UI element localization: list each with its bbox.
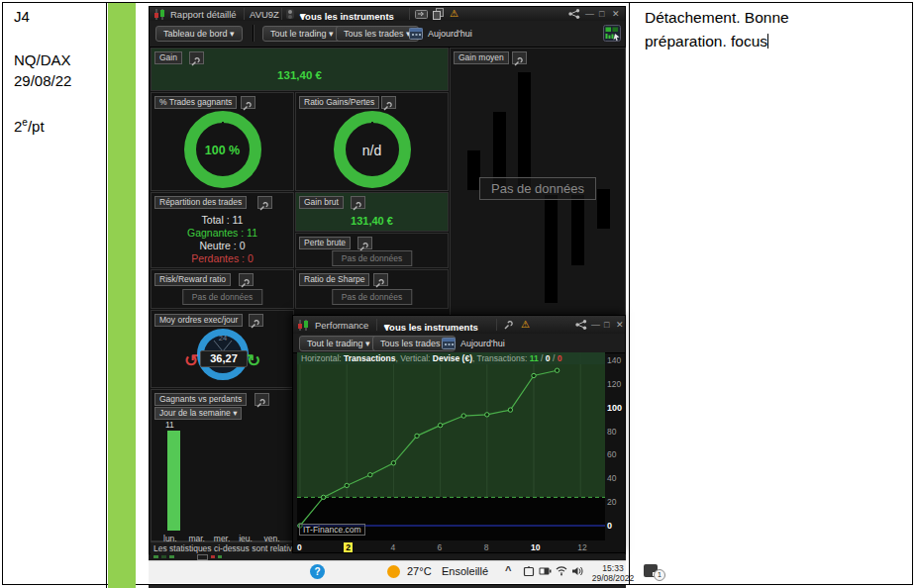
temperature[interactable]: 27°C — [407, 565, 432, 577]
panel-label: Répartition des trades — [154, 196, 247, 209]
clock[interactable]: 15:3329/08/2022 — [587, 563, 639, 583]
x-tick-label: 10 — [531, 542, 540, 552]
down-arrow-icon: ↺ — [184, 350, 198, 371]
x-tick-label: 2 — [344, 542, 353, 552]
wrench-icon[interactable] — [249, 314, 263, 327]
panel-moy-ordres: Moy ordres exec/jour 24 36,27 ↺ ↻ — [151, 310, 294, 388]
panel-label: Moy ordres exec/jour — [154, 314, 243, 327]
calendar-icon[interactable] — [442, 337, 456, 349]
panel-label: Gagnants vs perdants — [154, 393, 247, 406]
report-titlebar[interactable]: Rapport détaillé AVU9Z Tous les instrume… — [150, 7, 625, 22]
x-tick-label: 6 — [438, 542, 443, 552]
close-icon[interactable]: ✕ — [612, 9, 620, 19]
y-axis: 020406080100120140 — [605, 352, 626, 540]
no-data-badge: Pas de données — [479, 177, 596, 200]
placeholder-bar — [545, 195, 558, 303]
maximize-icon[interactable]: □ — [604, 320, 609, 330]
x-tick-label: 4 — [390, 542, 395, 552]
tray-battery-icon[interactable] — [539, 566, 552, 576]
journal-page: J4 NQ/DAX 29/08/22 2e/pt Détachement. Bo… — [0, 0, 916, 588]
weather-sun-icon[interactable] — [387, 565, 400, 578]
notification-badge: 1 — [654, 569, 665, 581]
tray-window-icon[interactable] — [523, 566, 535, 577]
wrench-icon[interactable] — [351, 196, 365, 209]
windows-taskbar: ? 27°C Ensoleillé ^ 15:3329/08/2022 1 — [149, 560, 626, 583]
date-label: 29/08/22 — [14, 72, 71, 89]
y-tick-label: 0 — [607, 521, 612, 531]
gain-value: 131,40 € — [152, 69, 448, 81]
instrument-label: NQ/DAX — [14, 51, 71, 68]
traffic-light-icon[interactable] — [286, 9, 294, 19]
text-cursor — [767, 34, 768, 49]
performance-window: Performance Tous les instruments ▾ ⚠ — □… — [292, 315, 626, 553]
date-filter-label[interactable]: Aujourd'hui — [428, 29, 472, 39]
dashboard-shortcut-icon[interactable] — [603, 25, 621, 42]
window-title: Rapport détaillé — [170, 9, 237, 20]
export-icon[interactable] — [415, 9, 428, 19]
wrench-icon[interactable] — [239, 273, 254, 286]
minimize-icon[interactable]: — — [585, 9, 594, 19]
winners-bar — [167, 431, 180, 531]
strip-bit — [161, 555, 166, 558]
x-tick-label: 0 — [297, 542, 302, 552]
wrench-icon[interactable] — [373, 273, 388, 286]
date-filter-label[interactable]: Aujourd'hui — [460, 339, 505, 348]
wrench-icon[interactable] — [357, 237, 372, 249]
minimize-icon[interactable]: — — [591, 320, 600, 330]
wrench-icon[interactable] — [241, 96, 255, 109]
wrench-icon[interactable] — [189, 51, 204, 64]
help-icon[interactable]: ? — [310, 564, 325, 579]
performance-toolbar: Tout le trading ▾ Tous les trades ▾ Aujo… — [293, 334, 625, 353]
trades-filter-button[interactable]: Tous les trades ▾ — [336, 26, 419, 42]
trading-filter-button[interactable]: Tout le trading ▾ — [262, 26, 342, 42]
ratio-value: n/d — [296, 143, 448, 158]
panel-gain: Gain 131,40 € — [151, 48, 449, 91]
x-tick-label: 8 — [484, 542, 489, 552]
strip-bit — [211, 555, 215, 558]
notes-text[interactable]: Détachement. Bonne préparation. focus — [645, 6, 867, 53]
maximize-icon[interactable]: □ — [599, 9, 604, 19]
panel-perte-brute: Perte brute Pas de données — [295, 233, 449, 268]
panel-label: Perte brute — [299, 237, 351, 249]
chevron-up-icon[interactable]: ^ — [505, 564, 511, 576]
warning-icon[interactable]: ⚠ — [450, 8, 458, 19]
placeholder-bar — [518, 72, 531, 190]
strip-bit — [169, 555, 174, 558]
close-icon[interactable]: ✕ — [616, 320, 624, 330]
x-tick-label: 12 — [577, 542, 586, 552]
wrench-icon[interactable] — [254, 393, 269, 406]
dashboard-menu-button[interactable]: Tableau de bord ▾ — [155, 26, 243, 42]
day-label: J4 — [14, 8, 30, 25]
calendar-icon[interactable] — [409, 27, 423, 40]
copy-icon[interactable] — [433, 8, 445, 20]
performance-chart[interactable]: Horizontal: Transactions, Vertical: Devi… — [297, 352, 605, 540]
wrench-icon[interactable] — [503, 321, 514, 330]
winrate-value: 100 % — [152, 144, 293, 157]
gain-brut-value: 131,40 € — [296, 215, 448, 227]
panel-label: Ratio Gains/Pertes — [299, 96, 379, 109]
tray-wifi-icon[interactable] — [556, 565, 567, 576]
report-toolbar: Tableau de bord ▾ Tout le trading ▾ Tous… — [150, 21, 625, 48]
panel-repartition: Répartition des trades Total : 11Gagnant… — [151, 192, 294, 268]
panel-sharpe: Ratio de Sharpe Pas de données — [295, 269, 449, 309]
panel-label: % Trades gagnants — [154, 96, 237, 109]
no-data-badge: Pas de données — [182, 289, 262, 305]
trading-filter-button[interactable]: Tout le trading ▾ — [299, 336, 378, 351]
share-icon[interactable] — [575, 320, 587, 330]
weather-label[interactable]: Ensoleillé — [442, 565, 488, 577]
panel-gagnants-perdants: Gagnants vs perdants Jour de la semaine … — [151, 389, 294, 541]
chart-info-line: Horizontal: Transactions, Vertical: Devi… — [297, 352, 605, 364]
weekday-dropdown[interactable]: Jour de la semaine ▾ — [154, 407, 242, 420]
wrench-icon[interactable] — [257, 196, 272, 209]
table-border-top — [2, 2, 913, 3]
tray-volume-icon[interactable] — [571, 565, 583, 577]
performance-titlebar[interactable]: Performance Tous les instruments ▾ ⚠ — □… — [293, 316, 625, 335]
point-value-label: 2e/pt — [14, 117, 45, 135]
watermark: IT-Finance.com — [299, 524, 365, 536]
panel-gain-moyen: Gain moyen Pas de données — [450, 48, 626, 316]
wrench-icon[interactable] — [381, 96, 396, 109]
share-icon[interactable] — [568, 9, 580, 19]
table-border-col3 — [629, 2, 630, 584]
panel-label: Ratio de Sharpe — [299, 273, 369, 286]
warning-icon[interactable]: ⚠ — [521, 319, 530, 330]
